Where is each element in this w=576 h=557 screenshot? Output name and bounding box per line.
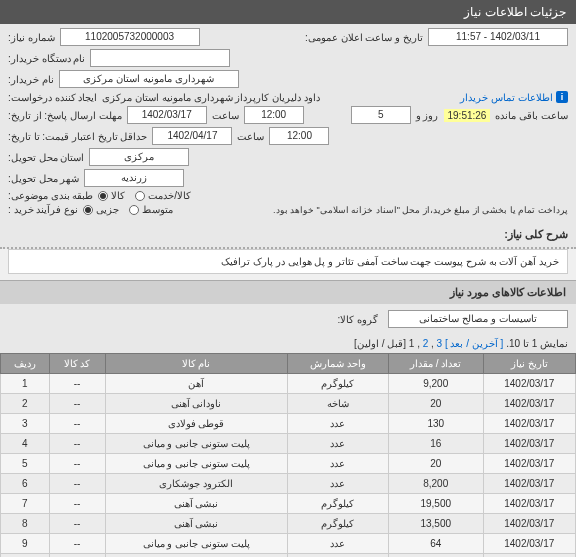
cell-qty: 100 (388, 554, 483, 558)
process-medium-radio[interactable]: متوسط (129, 204, 173, 215)
process-radio-group: متوسط جزیی (83, 204, 173, 215)
cell-date: 1402/03/17 (483, 554, 576, 558)
cell-date: 1402/03/17 (483, 474, 576, 494)
cell-name: آهن (105, 374, 287, 394)
cell-n: 6 (1, 474, 50, 494)
cell-unit: عدد (287, 534, 388, 554)
cell-qty: 20 (388, 454, 483, 474)
page-header: جزئیات اطلاعات نیاز (0, 0, 576, 24)
goods-group-row: تاسیسات و مصالح ساختمانی گروه کالا: (0, 304, 576, 334)
cell-unit: عدد (287, 414, 388, 434)
table-row[interactable]: 1402/03/1716عددپلیت ستونی جانبی و میانی-… (1, 434, 576, 454)
cell-n: 8 (1, 514, 50, 534)
table-row[interactable]: 1402/03/1720عددپلیت ستونی جانبی و میانی-… (1, 454, 576, 474)
cell-name: نبشی آهنی (105, 514, 287, 534)
deadline-date-field: 1402/03/17 (127, 106, 207, 124)
province-field: مرکزی (89, 148, 189, 166)
description-text: خرید آهن آلات به شرح پیوست جهت ساخت آمفی… (8, 249, 568, 274)
info-icon: i (556, 91, 568, 103)
cell-name: پلیت ستونی جانبی و میانی (105, 434, 287, 454)
col-row[interactable]: ردیف (1, 354, 50, 374)
table-row[interactable]: 1402/03/1719,500کیلوگرمنبشی آهنی--7 (1, 494, 576, 514)
radio-icon (98, 191, 108, 201)
category-service-radio[interactable]: کالا/خدمت (135, 190, 191, 201)
category-label: طبقه بندی موضوعی: (8, 190, 93, 201)
cell-date: 1402/03/17 (483, 394, 576, 414)
cell-code: -- (49, 374, 105, 394)
category-goods-radio[interactable]: کالا (98, 190, 125, 201)
col-name[interactable]: نام کالا (105, 354, 287, 374)
items-table: تاریخ نیاز تعداد / مقدار واحد شمارش نام … (0, 353, 576, 557)
cell-qty: 20 (388, 394, 483, 414)
cell-date: 1402/03/17 (483, 494, 576, 514)
table-row[interactable]: 1402/03/1713,500کیلوگرمنبشی آهنی--8 (1, 514, 576, 534)
validity-label: حداقل تاریخ اعتبار قیمت: تا تاریخ: (8, 131, 147, 142)
cell-name: پلیت ستونی جانبی و میانی (105, 534, 287, 554)
cell-code: -- (49, 394, 105, 414)
cell-name: پلیت ستونی جانبی و میانی (105, 554, 287, 558)
form-area: 1402/03/11 - 11:57 تاریخ و ساعت اعلان عم… (0, 24, 576, 222)
cell-unit: کیلوگرم (287, 514, 388, 534)
cell-code: -- (49, 514, 105, 534)
cell-date: 1402/03/17 (483, 454, 576, 474)
deadline-time-field: 12:00 (244, 106, 304, 124)
table-row[interactable]: 1402/03/1764عددپلیت ستونی جانبی و میانی-… (1, 534, 576, 554)
pager-first: [قبل / اولین] (354, 338, 406, 349)
process-label: نوع فرآیند خرید : (8, 204, 78, 215)
table-row[interactable]: 1402/03/1720شاخهناودانی آهنی--2 (1, 394, 576, 414)
pager-last-link[interactable]: [ آخرین (472, 338, 504, 349)
proc-note: پرداخت تمام یا بخشی از مبلغ خرید،از محل … (273, 205, 568, 215)
buyer-unit-label: نام دستگاه خریدار: (8, 53, 85, 64)
cell-qty: 8,200 (388, 474, 483, 494)
buyer-unit-field (90, 49, 230, 67)
cell-unit: عدد (287, 434, 388, 454)
cell-code: -- (49, 454, 105, 474)
cell-name: ناودانی آهنی (105, 394, 287, 414)
city-field: زرندیه (84, 169, 184, 187)
cell-n: 2 (1, 394, 50, 414)
pager-page-3[interactable]: 3 (437, 338, 443, 349)
col-code[interactable]: کد کالا (49, 354, 105, 374)
col-unit[interactable]: واحد شمارش (287, 354, 388, 374)
table-row[interactable]: 1402/03/178,200عددالکترود جوشکاری--6 (1, 474, 576, 494)
cell-n: 4 (1, 434, 50, 454)
deadline-label: مهلت ارسال پاسخ: از تاریخ: (8, 110, 122, 121)
cell-date: 1402/03/17 (483, 434, 576, 454)
process-small-radio[interactable]: جزیی (83, 204, 119, 215)
cell-qty: 130 (388, 414, 483, 434)
cell-date: 1402/03/17 (483, 514, 576, 534)
col-qty[interactable]: تعداد / مقدار (388, 354, 483, 374)
description-title: شرح کلی نیاز: (0, 222, 576, 249)
table-row[interactable]: 1402/03/17130عددقوطی فولادی--3 (1, 414, 576, 434)
cell-unit: شاخه (287, 394, 388, 414)
buyer-name-label: نام خریدار: (8, 74, 54, 85)
time-label-1: ساعت (212, 110, 239, 121)
pager-page-2[interactable]: 2 (423, 338, 429, 349)
creator-label: ایجاد کننده درخواست: (8, 92, 97, 103)
cell-unit: کیلوگرم (287, 374, 388, 394)
buyer-contact-link[interactable]: i اطلاعات تماس خریدار (460, 91, 568, 103)
cell-unit: عدد (287, 454, 388, 474)
goods-group-label: گروه کالا: (337, 314, 378, 325)
cell-unit: عدد (287, 554, 388, 558)
pager-next-link[interactable]: / بعد ] (445, 338, 469, 349)
col-date[interactable]: تاریخ نیاز (483, 354, 576, 374)
countdown-timer: 19:51:26 (444, 109, 491, 122)
remain-label: ساعت باقی مانده (495, 110, 568, 121)
cell-n: 1 (1, 374, 50, 394)
cell-name: الکترود جوشکاری (105, 474, 287, 494)
cell-n: 9 (1, 534, 50, 554)
cell-code: -- (49, 434, 105, 454)
table-row[interactable]: 1402/03/17100عددپلیت ستونی جانبی و میانی… (1, 554, 576, 558)
buyer-name-field: شهرداری مامونیه استان مرکزی (59, 70, 239, 88)
cell-n: 5 (1, 454, 50, 474)
cell-qty: 9,200 (388, 374, 483, 394)
validity-date-field: 1402/04/17 (152, 127, 232, 145)
table-row[interactable]: 1402/03/179,200کیلوگرمآهن--1 (1, 374, 576, 394)
cell-code: -- (49, 534, 105, 554)
cell-qty: 64 (388, 534, 483, 554)
pager-text: نمایش 1 تا 10. (506, 338, 568, 349)
cell-n: 7 (1, 494, 50, 514)
cell-qty: 19,500 (388, 494, 483, 514)
public-datetime-field: 1402/03/11 - 11:57 (428, 28, 568, 46)
